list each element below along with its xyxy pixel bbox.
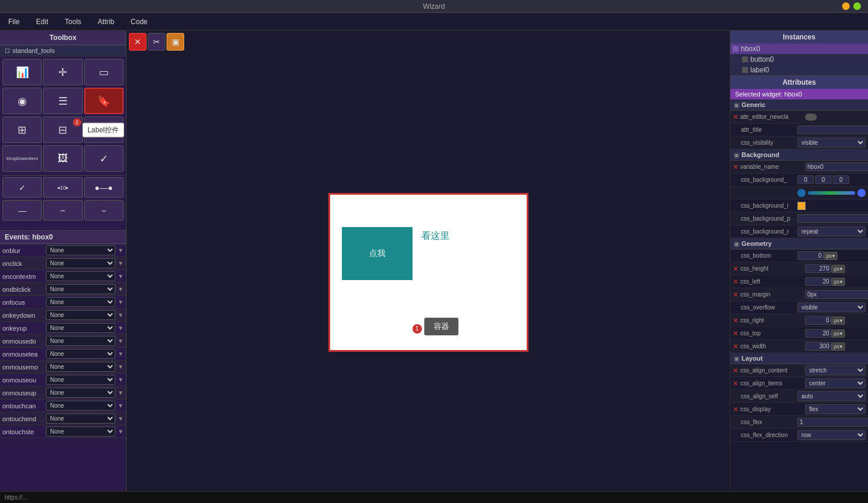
attr-overflow-select[interactable]: visible hidden auto scroll <box>797 302 866 312</box>
attr-reset-height[interactable]: ✕ <box>733 265 739 273</box>
widget-container[interactable]: 容器 <box>424 318 458 335</box>
event-arrow-ontouchend[interactable]: ▼ <box>118 415 124 422</box>
attr-right-unit[interactable]: px▾ <box>832 317 845 325</box>
attr-flex-direction-select[interactable]: row column row-reverse column-reverse <box>797 430 866 440</box>
list-tool-btn[interactable]: ☰ <box>43 88 82 114</box>
cross-tool-btn[interactable]: ✛ <box>43 59 82 85</box>
attr-reset-top[interactable]: ✕ <box>733 329 739 338</box>
attr-reset-margin[interactable]: ✕ <box>733 291 739 299</box>
event-arrow-onfocus[interactable]: ▼ <box>118 299 124 305</box>
attr-bgrepeat-select[interactable]: repeat no-repeat repeat-x repeat-y <box>797 226 866 236</box>
menu-attrib[interactable]: Attrib <box>94 15 118 28</box>
color-b-input[interactable] <box>833 175 849 184</box>
radio-tool-btn[interactable]: ◉ <box>2 88 42 114</box>
event-select-onmouselea[interactable]: None <box>46 349 115 359</box>
attr-width-unit[interactable]: px▾ <box>832 342 845 351</box>
attr-reset-right[interactable]: ✕ <box>733 317 739 325</box>
attr-align-self-select[interactable]: auto flex-start flex-end center <box>797 391 866 401</box>
attr-left-unit[interactable]: px▾ <box>832 278 845 286</box>
attr-reset-display[interactable]: ✕ <box>733 405 739 414</box>
attr-bgpos-input[interactable] <box>797 214 868 223</box>
attr-varname-input[interactable] <box>805 162 868 171</box>
event-select-oncontextm[interactable]: None <box>46 271 115 281</box>
attr-height-input[interactable] <box>805 264 832 273</box>
grid-tool-btn[interactable]: ⊞ <box>2 116 42 143</box>
event-arrow-oncontextm[interactable]: ▼ <box>118 273 124 279</box>
attr-align-items-select[interactable]: center flex-start flex-end stretch <box>805 378 866 388</box>
menu-code[interactable]: Code <box>127 15 151 28</box>
event-select-onmousedo[interactable]: None <box>46 336 115 346</box>
grid2-tool-btn[interactable]: ⊟ 2 Label控件 <box>43 116 82 143</box>
check-tool-btn[interactable]: ✓ <box>84 145 124 172</box>
attr-width-input[interactable] <box>805 342 832 351</box>
attr-visibility-select[interactable]: visible hidden <box>797 138 866 148</box>
widget-look-here[interactable]: 看这里 <box>421 230 450 242</box>
minimize-button[interactable] <box>842 2 850 10</box>
attr-reset-align-items[interactable]: ✕ <box>733 379 739 388</box>
attr-left-input[interactable] <box>805 277 832 286</box>
stepper-tool-btn[interactable]: ◂10▸ <box>43 177 82 198</box>
event-arrow-ontouchste[interactable]: ▼ <box>118 428 124 435</box>
attr-margin-input[interactable] <box>805 290 868 299</box>
event-select-ontouchcan[interactable]: None <box>46 401 115 411</box>
rect-tool-btn[interactable]: ▭ <box>84 59 124 85</box>
instance-button0[interactable]: button0 <box>730 54 868 65</box>
bgcolor-swatch[interactable] <box>797 202 806 210</box>
event-select-onclick[interactable]: None <box>46 258 115 268</box>
event-select-onkeyup[interactable]: None <box>46 323 115 333</box>
arc2-tool-btn[interactable]: ⌣ <box>84 200 124 221</box>
attr-height-unit[interactable]: px▾ <box>832 265 845 273</box>
event-arrow-onmouselea[interactable]: ▼ <box>118 351 124 357</box>
slider-tool-btn[interactable]: ●—● <box>84 177 124 198</box>
widget-teal-box[interactable]: 点我 <box>342 227 413 280</box>
attr-reset-left[interactable]: ✕ <box>733 278 739 286</box>
attr-top-unit[interactable]: px▾ <box>832 329 845 338</box>
event-arrow-onclick[interactable]: ▼ <box>118 260 124 267</box>
section-generic[interactable]: ▣ Generic <box>730 99 868 111</box>
instance-label0[interactable]: label0 <box>730 65 868 75</box>
canvas-frame[interactable]: 点我 看这里 1 容器 <box>328 193 528 352</box>
event-arrow-ondblclick[interactable]: ▼ <box>118 286 124 292</box>
attr-bottom-input[interactable] <box>797 251 824 260</box>
canvas-copy-btn[interactable]: ▣ <box>167 33 184 51</box>
gradient-circle-1[interactable] <box>797 189 806 197</box>
attr-reset-editor[interactable]: ✕ <box>733 113 739 121</box>
event-select-onmouseou[interactable]: None <box>46 375 115 385</box>
event-select-onmousemo[interactable]: None <box>46 362 115 372</box>
check2-tool-btn[interactable]: ✓ <box>2 177 42 198</box>
event-select-ontouchste[interactable]: None <box>46 427 115 437</box>
event-arrow-onkeyup[interactable]: ▼ <box>118 325 124 331</box>
menu-tools[interactable]: Tools <box>61 15 85 28</box>
color-g-input[interactable] <box>815 175 832 184</box>
event-arrow-onkeydown[interactable]: ▼ <box>118 312 124 318</box>
attr-align-content-select[interactable]: stretch flex-start flex-end center <box>805 365 866 375</box>
section-background[interactable]: ▣ Background <box>730 149 868 161</box>
event-select-onkeydown[interactable]: None <box>46 310 115 320</box>
gradient-circle-2[interactable] <box>857 189 866 197</box>
event-arrow-onmousemo[interactable]: ▼ <box>118 364 124 370</box>
event-arrow-onmousedo[interactable]: ▼ <box>118 338 124 344</box>
color-r-input[interactable] <box>797 175 814 184</box>
attr-reset-varname[interactable]: ✕ <box>733 163 739 171</box>
bookmark-tool-btn[interactable]: 🔖 <box>84 88 124 114</box>
event-arrow-onblur[interactable]: ▼ <box>118 247 124 254</box>
attr-right-input[interactable] <box>805 316 832 325</box>
attr-display-select[interactable]: flex block inline none <box>805 404 866 414</box>
section-geometry[interactable]: ▣ Geometry <box>730 238 868 249</box>
attr-bottom-unit[interactable]: px▾ <box>824 252 837 260</box>
event-arrow-ontouchcan[interactable]: ▼ <box>118 402 124 409</box>
arc-tool-btn[interactable]: ⌢ <box>43 200 82 221</box>
attr-toggle-editor[interactable] <box>805 114 817 121</box>
canvas-close-btn[interactable]: ✕ <box>129 33 147 51</box>
chart-tool-btn[interactable]: 📊 <box>2 59 42 85</box>
dropdown-tool-btn[interactable]: DropDownItem <box>2 145 42 172</box>
menu-edit[interactable]: Edit <box>32 15 52 28</box>
attr-reset-width[interactable]: ✕ <box>733 342 739 351</box>
section-layout[interactable]: ▣ Layout <box>730 353 868 364</box>
maximize-button[interactable] <box>853 2 861 10</box>
event-select-onblur[interactable]: None <box>46 245 115 255</box>
line-tool-btn[interactable]: — <box>2 200 42 221</box>
attr-title-input[interactable] <box>797 125 868 134</box>
attr-reset-align-content[interactable]: ✕ <box>733 367 739 375</box>
instance-hbox0[interactable]: hbox0 <box>730 44 868 54</box>
